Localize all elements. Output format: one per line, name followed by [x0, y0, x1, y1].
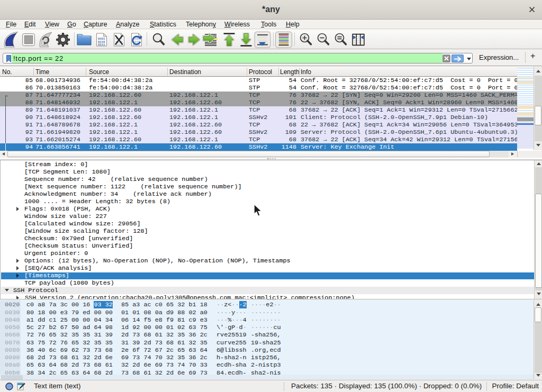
svg-text:0111: 0111: [98, 43, 105, 47]
